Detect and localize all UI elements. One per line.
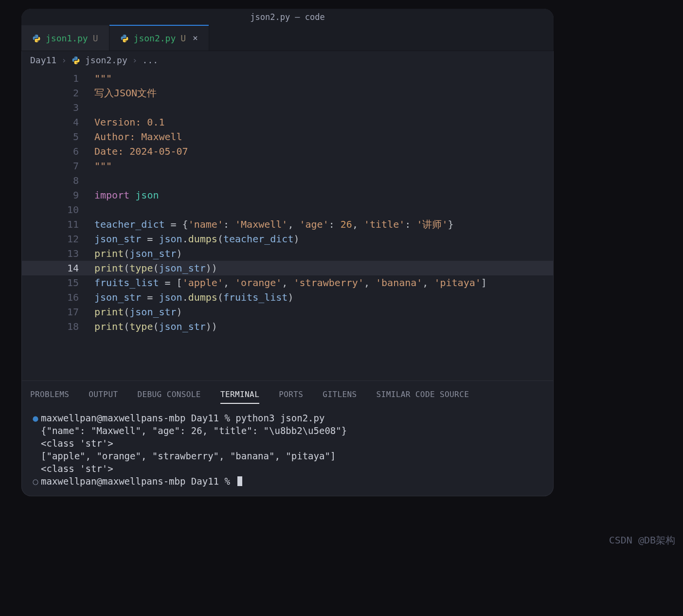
line-number: 5	[21, 129, 94, 144]
terminal-text: <class 'str'>	[41, 437, 113, 450]
code-line[interactable]: 12json_str = json.dumps(teacher_dict)	[21, 232, 554, 246]
code-content[interactable]: print(type(json_str))	[94, 319, 217, 334]
code-line[interactable]: 4Version: 0.1	[21, 115, 554, 129]
close-icon[interactable]: ×	[193, 34, 198, 42]
code-line[interactable]: 8	[21, 173, 554, 188]
code-content[interactable]: json_str = json.dumps(teacher_dict)	[94, 232, 299, 246]
code-line[interactable]: 18print(type(json_str))	[21, 319, 554, 334]
tab-bar: json1.pyUjson2.pyU×	[21, 25, 554, 51]
code-content[interactable]: """	[94, 159, 112, 173]
panel-tab-terminal[interactable]: TERMINAL	[220, 390, 259, 404]
code-editor[interactable]: 1"""2写入JSON文件34Version: 0.15Author: Maxw…	[21, 69, 554, 380]
code-line[interactable]: 1"""	[21, 71, 554, 86]
line-number: 8	[21, 173, 94, 188]
line-number: 9	[21, 188, 94, 202]
line-number: 13	[21, 246, 94, 261]
line-number: 18	[21, 319, 94, 334]
terminal-text: maxwellpan@maxwellpans-mbp Day11 % pytho…	[41, 412, 324, 424]
panel-tab-output[interactable]: OUTPUT	[89, 390, 118, 404]
watermark: CSDN @DB架构	[609, 534, 675, 547]
code-line[interactable]: 2写入JSON文件	[21, 86, 554, 100]
panel-tab-bar: PROBLEMSOUTPUTDEBUG CONSOLETERMINALPORTS…	[21, 390, 554, 412]
code-line[interactable]: 11teacher_dict = {'name': 'Maxwell', 'ag…	[21, 217, 554, 232]
terminal-line: ["apple", "orange", "strawberry", "banan…	[30, 450, 545, 462]
titlebar: json2.py — code	[21, 9, 554, 25]
code-content[interactable]: import json	[94, 188, 159, 202]
terminal-output[interactable]: ●maxwellpan@maxwellpans-mbp Day11 % pyth…	[21, 412, 554, 488]
editor-window: json2.py — code json1.pyUjson2.pyU× Day1…	[21, 9, 554, 496]
terminal-cursor	[237, 476, 242, 486]
code-line[interactable]: 17print(json_str)	[21, 305, 554, 319]
tab-filename: json2.py	[134, 33, 176, 43]
breadcrumb[interactable]: Day11›json2.py›...	[21, 51, 554, 69]
line-number: 14	[21, 261, 94, 275]
code-content[interactable]: print(json_str)	[94, 305, 182, 319]
panel-tab-debug-console[interactable]: DEBUG CONSOLE	[137, 390, 200, 404]
code-line[interactable]: 5Author: Maxwell	[21, 129, 554, 144]
code-line[interactable]: 10	[21, 202, 554, 217]
code-content[interactable]: Author: Maxwell	[94, 129, 182, 144]
code-line[interactable]: 16json_str = json.dumps(fruits_list)	[21, 290, 554, 305]
code-content[interactable]: """	[94, 71, 112, 86]
tab-json2-py[interactable]: json2.pyU×	[109, 25, 209, 51]
terminal-text: {"name": "Maxwell", "age": 26, "title": …	[41, 424, 347, 437]
prompt-bullet-icon: ○	[30, 475, 41, 488]
line-number: 4	[21, 115, 94, 129]
panel-tab-similar-code-source[interactable]: SIMILAR CODE SOURCE	[377, 390, 469, 404]
bottom-panel: PROBLEMSOUTPUTDEBUG CONSOLETERMINALPORTS…	[21, 380, 554, 496]
line-number: 15	[21, 275, 94, 290]
python-icon	[72, 56, 80, 65]
code-line[interactable]: 9import json	[21, 188, 554, 202]
code-content[interactable]: print(json_str)	[94, 246, 182, 261]
code-content[interactable]: fruits_list = ['apple', 'orange', 'straw…	[94, 275, 487, 290]
line-number: 3	[21, 100, 94, 115]
line-number: 6	[21, 144, 94, 159]
prompt-bullet-icon: ●	[30, 412, 41, 424]
breadcrumb-segment[interactable]: json2.py	[85, 55, 127, 65]
tab-modified-badge: U	[180, 33, 186, 43]
line-number: 10	[21, 202, 94, 217]
code-content[interactable]: json_str = json.dumps(fruits_list)	[94, 290, 293, 305]
terminal-line: ●maxwellpan@maxwellpans-mbp Day11 % pyth…	[30, 412, 545, 424]
breadcrumb-separator: ›	[132, 55, 138, 65]
terminal-text: ["apple", "orange", "strawberry", "banan…	[41, 450, 336, 462]
terminal-line: <class 'str'>	[30, 437, 545, 450]
breadcrumb-segment[interactable]: Day11	[30, 55, 56, 65]
breadcrumb-separator: ›	[61, 55, 67, 65]
line-number: 11	[21, 217, 94, 232]
code-line[interactable]: 3	[21, 100, 554, 115]
terminal-line: <class 'str'>	[30, 462, 545, 475]
code-line[interactable]: 7"""	[21, 159, 554, 173]
terminal-line: ○maxwellpan@maxwellpans-mbp Day11 %	[30, 475, 545, 488]
code-content[interactable]: 写入JSON文件	[94, 86, 157, 100]
breadcrumb-segment[interactable]: ...	[143, 55, 159, 65]
terminal-text: maxwellpan@maxwellpans-mbp Day11 %	[41, 475, 242, 488]
code-line[interactable]: 14print(type(json_str))	[21, 261, 554, 275]
line-number: 2	[21, 86, 94, 100]
line-number: 17	[21, 305, 94, 319]
python-icon	[120, 34, 129, 43]
line-number: 7	[21, 159, 94, 173]
code-line[interactable]: 13print(json_str)	[21, 246, 554, 261]
line-number: 1	[21, 71, 94, 86]
panel-tab-gitlens[interactable]: GITLENS	[323, 390, 357, 404]
line-number: 16	[21, 290, 94, 305]
tab-json1-py[interactable]: json1.pyU	[21, 25, 109, 51]
terminal-line: {"name": "Maxwell", "age": 26, "title": …	[30, 424, 545, 437]
code-line[interactable]: 15fruits_list = ['apple', 'orange', 'str…	[21, 275, 554, 290]
code-content[interactable]: teacher_dict = {'name': 'Maxwell', 'age'…	[94, 217, 454, 232]
code-content[interactable]: print(type(json_str))	[94, 261, 217, 275]
line-number: 12	[21, 232, 94, 246]
python-icon	[32, 34, 41, 43]
code-line[interactable]: 6Date: 2024-05-07	[21, 144, 554, 159]
code-content[interactable]: Date: 2024-05-07	[94, 144, 188, 159]
tab-filename: json1.py	[46, 33, 88, 43]
tab-modified-badge: U	[93, 33, 98, 43]
window-title: json2.py — code	[250, 12, 325, 22]
code-content[interactable]: Version: 0.1	[94, 115, 165, 129]
panel-tab-problems[interactable]: PROBLEMS	[30, 390, 69, 404]
terminal-text: <class 'str'>	[41, 462, 113, 475]
panel-tab-ports[interactable]: PORTS	[279, 390, 303, 404]
